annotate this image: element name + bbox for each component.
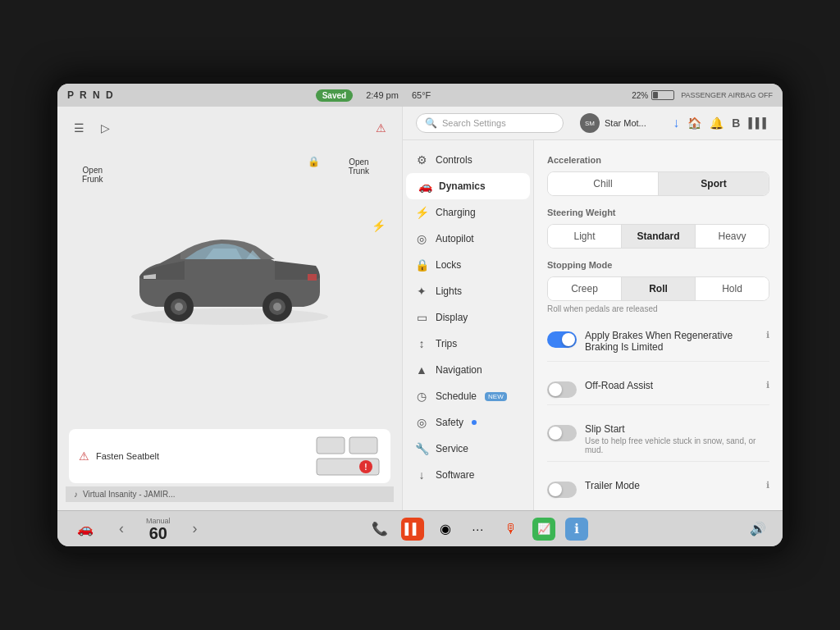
acceleration-sport-button[interactable]: Sport	[659, 172, 769, 195]
menu-icon[interactable]: ☰	[69, 118, 89, 138]
nav-item-navigation[interactable]: ▲ Navigation	[403, 357, 533, 383]
nav-item-lights[interactable]: ✦ Lights	[403, 278, 533, 304]
offroad-assist-title: Off-Road Assist	[585, 380, 758, 391]
apply-brakes-knob	[562, 333, 575, 346]
taskbar-dots-icon[interactable]: ···	[467, 518, 490, 541]
trailer-mode-knob	[549, 483, 562, 496]
nav-item-charging[interactable]: ⚡ Charging	[403, 199, 533, 226]
offroad-assist-knob	[549, 383, 562, 396]
svg-point-3	[175, 303, 183, 311]
search-icon: 🔍	[425, 117, 437, 129]
nav-label-trips: Trips	[436, 338, 457, 349]
svg-rect-8	[349, 437, 377, 454]
taskbar-car-icon[interactable]: 🚗	[74, 518, 97, 541]
bell-icon[interactable]: 🔔	[710, 116, 724, 130]
music-bar: ♪ Virtual Insanity - JAMIR...	[66, 486, 394, 502]
steering-heavy-button[interactable]: Heavy	[696, 225, 769, 248]
prnd-display: P R N D	[67, 89, 115, 101]
steering-standard-button[interactable]: Standard	[622, 225, 696, 248]
nav-label-dynamics: Dynamics	[439, 180, 486, 192]
acceleration-group: Chill Sport	[547, 171, 769, 196]
music-note-icon: ♪	[74, 490, 78, 499]
home-icon[interactable]: 🏠	[687, 116, 701, 130]
nav-item-software[interactable]: ↓ Software	[403, 462, 533, 488]
taskbar-phone-icon[interactable]: 📞	[368, 518, 391, 541]
screen-inner: P R N D Saved 2:49 pm 65°F 22% PASSENGER…	[57, 84, 783, 546]
svg-text:!: !	[364, 463, 367, 472]
taskbar-volume[interactable]: 🔊	[750, 521, 766, 536]
taskbar-chevron-right-icon[interactable]: ›	[184, 518, 207, 541]
nav-label-charging: Charging	[436, 207, 476, 218]
slip-start-toggle[interactable]	[547, 425, 577, 441]
settings-header: 🔍 Search Settings SM Star Mot... ↓ 🏠 🔔 B	[403, 107, 783, 140]
download-icon[interactable]: ↓	[673, 116, 679, 130]
trailer-mode-text: Trailer Mode	[585, 480, 758, 493]
left-panel-top: ☰ ▷ ⚠	[66, 115, 394, 141]
apply-brakes-info-icon[interactable]: ℹ	[766, 330, 769, 340]
taskbar-chevron-left-icon[interactable]: ‹	[110, 518, 133, 541]
trailer-mode-info-icon[interactable]: ℹ	[766, 480, 769, 491]
apply-brakes-text: Apply Brakes When Regenerative Braking I…	[585, 330, 758, 354]
media-icon[interactable]: ▷	[95, 118, 115, 138]
steering-weight-group: Light Standard Heavy	[547, 224, 769, 249]
battery-indicator: 22%	[632, 90, 674, 100]
nav-item-dynamics[interactable]: 🚗 Dynamics	[406, 173, 530, 199]
saved-indicator: Saved	[316, 89, 353, 102]
status-center: Saved 2:49 pm 65°F	[316, 89, 431, 102]
stopping-roll-button[interactable]: Roll	[622, 277, 696, 300]
taskbar-camera-icon[interactable]: ◉	[434, 518, 457, 541]
dynamics-icon: 🚗	[418, 180, 432, 193]
new-badge: NEW	[485, 392, 507, 401]
apply-brakes-title: Apply Brakes When Regenerative Braking I…	[585, 330, 758, 353]
music-track: Virtual Insanity - JAMIR...	[83, 490, 176, 499]
nav-item-autopilot[interactable]: ◎ Autopilot	[403, 226, 533, 252]
stopping-mode-note: Roll when pedals are released	[547, 304, 769, 313]
nav-item-schedule[interactable]: ◷ Schedule NEW	[403, 383, 533, 409]
lock-icon[interactable]: 🔒	[308, 156, 320, 167]
charging-icon: ⚡	[414, 206, 429, 219]
nav-item-trips[interactable]: ↕ Trips	[403, 331, 533, 357]
nav-item-display[interactable]: ▭ Display	[403, 304, 533, 331]
offroad-assist-info-icon[interactable]: ℹ	[766, 380, 769, 390]
software-icon: ↓	[414, 468, 429, 482]
slip-start-knob	[549, 427, 562, 440]
car-area: Open Frunk Open Trunk 🔒 ⚡	[66, 141, 394, 426]
safety-dot-badge	[472, 420, 477, 425]
nav-label-service: Service	[436, 443, 468, 454]
icon-group: ☰ ▷	[69, 118, 115, 138]
controls-icon: ⚙	[414, 153, 429, 167]
settings-content: Acceleration Chill Sport Steering Weight…	[534, 140, 783, 510]
dealer-name: Star Mot...	[605, 118, 646, 128]
taskbar-music-icon[interactable]: ▌▌	[401, 518, 424, 541]
signal-icon[interactable]: ▌▌▌	[748, 117, 769, 129]
nav-label-lights: Lights	[436, 285, 462, 297]
open-frunk-label[interactable]: Open Frunk	[82, 166, 103, 184]
status-bar: P R N D Saved 2:49 pm 65°F 22% PASSENGER…	[57, 84, 783, 107]
open-trunk-label[interactable]: Open Trunk	[349, 158, 369, 176]
stopping-hold-button[interactable]: Hold	[696, 277, 769, 300]
navigation-icon: ▲	[414, 363, 429, 377]
dealer-info: SM Star Mot...	[580, 113, 646, 133]
search-bar[interactable]: 🔍 Search Settings	[416, 113, 564, 133]
nav-item-safety[interactable]: ◎ Safety	[403, 409, 533, 436]
charge-icon: ⚡	[372, 219, 386, 232]
nav-item-locks[interactable]: 🔒 Locks	[403, 252, 533, 278]
taskbar-info-icon[interactable]: ℹ	[565, 518, 588, 541]
acceleration-chill-button[interactable]: Chill	[548, 172, 659, 195]
stopping-creep-button[interactable]: Creep	[548, 277, 622, 300]
apply-brakes-toggle[interactable]	[547, 331, 577, 348]
offroad-assist-text: Off-Road Assist	[585, 380, 758, 393]
nav-label-safety: Safety	[436, 417, 463, 428]
offroad-assist-toggle[interactable]	[547, 381, 577, 398]
status-right: 22% PASSENGER AIRBAG OFF	[632, 90, 773, 100]
taskbar-podcast-icon[interactable]: 🎙	[500, 518, 523, 541]
taskbar-stocks-icon[interactable]: 📈	[532, 518, 555, 541]
nav-item-controls[interactable]: ⚙ Controls	[403, 147, 533, 173]
bluetooth-icon[interactable]: B	[732, 116, 740, 130]
header-icons: ↓ 🏠 🔔 B ▌▌▌	[673, 116, 769, 130]
nav-item-service[interactable]: 🔧 Service	[403, 436, 533, 462]
toggle-apply-brakes: Apply Brakes When Regenerative Braking I…	[547, 323, 769, 362]
trailer-mode-toggle[interactable]	[547, 482, 577, 498]
battery-bar	[651, 90, 674, 100]
steering-light-button[interactable]: Light	[548, 225, 622, 248]
